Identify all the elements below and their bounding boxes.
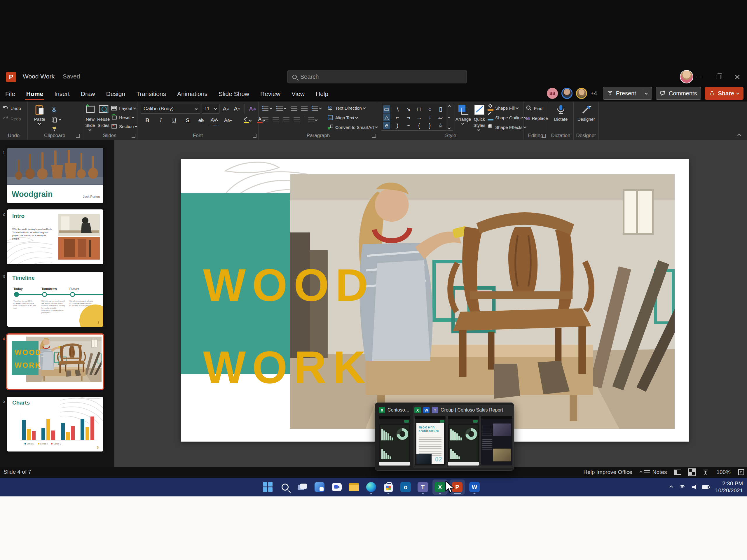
decrease-indent-button[interactable] [291,104,297,113]
paste-dropdown-icon[interactable] [38,122,41,125]
menu-slideshow[interactable]: Slide Show [218,90,249,98]
outlook-button[interactable]: o [398,480,413,495]
designer-button[interactable]: Designer [575,104,598,132]
menu-file[interactable]: File [5,90,15,98]
word-button[interactable]: W [467,480,482,495]
menu-help[interactable]: Help [316,90,328,98]
collaborator-avatar-3[interactable] [576,88,587,99]
start-button[interactable] [260,480,276,495]
replace-button[interactable]: ab Replace [526,115,546,121]
strikethrough-button[interactable]: ab [197,115,206,126]
change-case-button[interactable]: Aa [223,115,233,126]
shape-cell[interactable]: ▱ [437,113,444,121]
menu-animations[interactable]: Animations [177,90,207,98]
shapes-gallery[interactable]: ▭∖↘□○▯△⌐¬→↓▱e)~{}☆ [381,104,446,131]
present-dropdown-icon[interactable] [645,91,648,95]
gallery-scroll-up-icon[interactable] [448,105,451,108]
menu-home[interactable]: Home [26,90,43,98]
excel-window-preview[interactable] [379,416,410,466]
comments-button[interactable]: Comments [656,87,701,100]
align-right-button[interactable] [283,115,289,124]
chat-button[interactable] [329,480,344,495]
reuse-slides-button[interactable]: Reuse Slides [97,104,110,132]
more-collaborators[interactable]: +4 [591,90,597,97]
shape-cell[interactable]: { [415,122,422,129]
fit-slide-to-window-button[interactable] [738,469,744,475]
editing-dialog-launcher[interactable] [542,134,546,138]
italic-button[interactable]: I [156,115,165,126]
widgets-button[interactable] [312,480,327,495]
clipboard-dialog-launcher[interactable] [76,134,80,138]
arrange-button[interactable]: Arrange [456,104,471,132]
clear-formatting-button[interactable]: A⌀ [248,104,257,114]
shape-cell[interactable]: e [383,122,390,129]
slide-title-line1[interactable]: WOOD [203,262,375,309]
slide-thumbnail-3[interactable]: Timeline Today Tomorrow Future There has… [7,272,103,327]
close-button[interactable] [728,68,747,86]
file-explorer-button[interactable] [346,480,362,495]
shape-cell[interactable]: } [426,122,433,129]
slide-thumbnail-1[interactable]: Woodgrain Jack Purton [7,148,103,203]
search-input[interactable]: Search [287,70,467,83]
gallery-scroll-down-icon[interactable] [447,115,450,118]
numbering-button[interactable] [276,104,287,113]
shrink-font-button[interactable]: A˅ [232,104,241,114]
shape-cell[interactable]: ○ [426,105,433,113]
gallery-more-icon[interactable] [447,126,450,129]
bold-button[interactable]: B [143,115,152,126]
character-spacing-button[interactable]: AV [210,115,219,126]
share-dropdown-icon[interactable] [736,91,739,95]
taskbar-search-button[interactable] [278,480,293,495]
shape-cell[interactable]: ↓ [426,113,433,121]
align-text-button[interactable]: Align Text [327,114,378,121]
text-direction-button[interactable]: ab Text Direction [327,104,378,111]
text-shadow-button[interactable]: S [183,115,192,126]
slide-thumbnail-4-selected[interactable]: WOOD WORK [7,334,103,389]
slide-thumbnail-2[interactable]: Intro With the world turning towards a D… [7,209,103,264]
collapse-ribbon-icon[interactable] [737,134,741,137]
tray-show-hidden-icons[interactable] [669,485,673,489]
slideshow-view-button[interactable] [702,469,709,475]
collaborator-avatar-bb[interactable]: BB [547,88,558,99]
volume-icon[interactable] [692,485,696,489]
copy-button[interactable] [51,115,61,124]
excel-window-preview-2[interactable] [447,416,479,466]
shape-fill-button[interactable]: Shape Fill [488,104,527,111]
preview-group-contoso[interactable]: X Contoso… [378,405,411,468]
slides-dialog-launcher[interactable] [132,134,135,138]
menu-transitions[interactable]: Transitions [136,90,166,98]
present-button[interactable]: Present [603,87,652,100]
slide-canvas[interactable]: WOOD WORK [181,159,689,442]
slide-sorter-view-button[interactable] [689,469,695,475]
edge-button[interactable] [364,480,379,495]
new-slide-button[interactable]: New Slide [84,104,96,132]
shape-cell[interactable]: → [415,113,422,121]
help-improve-office-link[interactable]: Help Improve Office [583,469,632,475]
battery-icon[interactable] [702,485,710,489]
preview-group-sales-report[interactable]: X W T Group | Contoso Sales Report moder… [413,405,514,468]
microsoft-store-button[interactable] [381,480,396,495]
shape-cell[interactable]: ▭ [383,105,390,113]
minimize-button[interactable] [689,68,709,86]
align-center-button[interactable] [273,115,279,124]
dictate-button[interactable]: Dictate [549,104,572,132]
menu-draw[interactable]: Draw [81,90,95,98]
word-window-preview[interactable]: modern architecture 02 [414,416,446,466]
font-name-select[interactable]: Calibri (Body) [141,104,200,114]
justify-button[interactable] [293,115,300,124]
grow-font-button[interactable]: A˄ [221,104,231,114]
section-button[interactable]: Section [111,123,137,130]
highlight-color-button[interactable] [243,115,252,126]
shape-cell[interactable]: □ [415,105,422,113]
font-dialog-launcher[interactable] [253,134,257,138]
increase-indent-button[interactable] [301,104,308,113]
task-view-button[interactable] [295,480,310,495]
layout-button[interactable]: Layout [111,105,137,112]
paste-button[interactable]: Paste [31,104,48,132]
menu-review[interactable]: Review [260,90,280,98]
bullets-button[interactable] [262,104,272,113]
slide-thumbnail-5[interactable]: Charts Series 1Series 2Series 3 5 [7,397,103,452]
shape-cell[interactable]: ⌐ [394,113,401,121]
shapes-gallery-scroll[interactable] [446,104,453,131]
cut-button[interactable] [51,105,61,114]
